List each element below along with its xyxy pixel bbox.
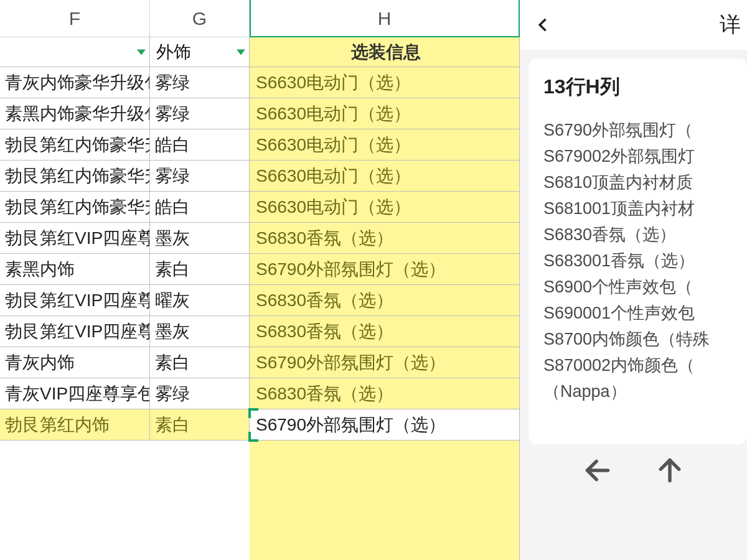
- details-lines: S6790外部氛围灯（S679002外部氛围灯S6810顶盖内衬材质S68100…: [543, 117, 735, 404]
- details-line: S679002外部氛围灯: [543, 143, 735, 169]
- details-panel-title: 详: [720, 11, 741, 39]
- field-header-F[interactable]: [0, 37, 150, 67]
- cell-G[interactable]: 素白: [150, 254, 250, 285]
- cell-F[interactable]: 勃艮第红VIP四座尊享: [0, 285, 150, 316]
- details-card-title: 13行H列: [543, 73, 735, 101]
- details-line: S6900个性声效包（: [543, 274, 735, 300]
- cell-F[interactable]: 勃艮第红内饰豪华升约: [0, 129, 150, 161]
- details-line: S6810顶盖内衬材质: [543, 169, 735, 195]
- cell-G[interactable]: 墨灰: [150, 223, 250, 254]
- column-header-F[interactable]: F: [0, 0, 150, 37]
- details-line: S6790外部氛围灯（: [543, 117, 735, 143]
- cell-G[interactable]: 皓白: [150, 129, 250, 161]
- cell-H[interactable]: S6630电动门（选）: [250, 161, 520, 192]
- field-header-H-label: 选装信息: [351, 40, 421, 64]
- spreadsheet-rows: 青灰内饰豪华升级包雾绿S6630电动门（选）素黑内饰豪华升级包雾绿S6630电动…: [0, 67, 520, 441]
- table-row[interactable]: 勃艮第红内饰豪华升约雾绿S6630电动门（选）: [0, 161, 520, 192]
- back-button[interactable]: [525, 6, 562, 44]
- details-line: S6830香氛（选）: [543, 222, 735, 248]
- cell-G[interactable]: 雾绿: [150, 161, 250, 192]
- details-panel: 详 13行H列 S6790外部氛围灯（S679002外部氛围灯S6810顶盖内衬…: [520, 0, 747, 560]
- field-header-G-label: 外饰: [156, 40, 191, 64]
- cell-G[interactable]: 素白: [150, 409, 250, 441]
- field-header-G[interactable]: 外饰: [150, 37, 250, 67]
- table-row[interactable]: 青灰内饰豪华升级包雾绿S6630电动门（选）: [0, 67, 520, 98]
- column-header-G[interactable]: G: [150, 0, 250, 37]
- table-row[interactable]: 青灰VIP四座尊享包雾绿S6830香氛（选）: [0, 378, 520, 409]
- cell-G[interactable]: 曜灰: [150, 285, 250, 316]
- cell-G[interactable]: 墨灰: [150, 316, 250, 347]
- field-header-row: 外饰 选装信息: [0, 37, 520, 67]
- details-line: S683001香氛（选）: [543, 248, 735, 274]
- cell-F[interactable]: 青灰内饰: [0, 347, 150, 378]
- cell-F[interactable]: 青灰内饰豪华升级包: [0, 67, 150, 98]
- cell-F[interactable]: 勃艮第红内饰: [0, 409, 150, 441]
- cell-G[interactable]: 雾绿: [150, 378, 250, 409]
- table-row[interactable]: 勃艮第红内饰豪华升约皓白S6630电动门（选）: [0, 129, 520, 161]
- table-row[interactable]: 素黑内饰素白S6790外部氛围灯（选）: [0, 254, 520, 285]
- details-line: S681001顶盖内衬材: [543, 195, 735, 222]
- cell-H[interactable]: S6790外部氛围灯（选）: [250, 254, 520, 285]
- cell-G[interactable]: 素白: [150, 347, 250, 378]
- cell-H[interactable]: S6630电动门（选）: [250, 129, 520, 161]
- details-panel-header: 详: [520, 0, 747, 50]
- arrow-up-icon: [656, 457, 684, 484]
- filter-dropdown-icon[interactable]: [237, 49, 245, 55]
- cell-H[interactable]: S6790外部氛围灯（选）: [250, 409, 520, 441]
- details-line: S690001个性声效包: [543, 300, 735, 326]
- details-card: 13行H列 S6790外部氛围灯（S679002外部氛围灯S6810顶盖内衬材质…: [529, 58, 747, 444]
- field-header-H[interactable]: 选装信息: [250, 37, 520, 67]
- cell-H[interactable]: S6630电动门（选）: [250, 192, 520, 223]
- table-row[interactable]: 素黑内饰豪华升级包雾绿S6630电动门（选）: [0, 98, 520, 129]
- column-h-fill-tail: [250, 441, 520, 560]
- cell-F[interactable]: 勃艮第红VIP四座尊享: [0, 223, 150, 254]
- column-header-H[interactable]: H: [250, 0, 520, 37]
- cell-H[interactable]: S6830香氛（选）: [250, 223, 520, 254]
- cell-H[interactable]: S6630电动门（选）: [250, 98, 520, 129]
- column-letter-headers: F G H: [0, 0, 520, 37]
- spreadsheet[interactable]: F G H 外饰 选装信息 青灰内饰豪华升级包雾绿S6630电动门（选）素黑内饰…: [0, 0, 520, 560]
- details-line: S8700内饰颜色（特殊: [543, 326, 735, 352]
- details-panel-footer: [520, 444, 747, 499]
- table-row[interactable]: 勃艮第红内饰豪华升约皓白S6630电动门（选）: [0, 192, 520, 223]
- chevron-left-icon: [535, 16, 552, 34]
- cell-H[interactable]: S6830香氛（选）: [250, 285, 520, 316]
- cell-H[interactable]: S6830香氛（选）: [250, 316, 520, 347]
- next-button[interactable]: [656, 457, 684, 487]
- cell-F[interactable]: 青灰VIP四座尊享包: [0, 378, 150, 409]
- filter-dropdown-icon[interactable]: [137, 49, 146, 55]
- table-row[interactable]: 勃艮第红内饰素白S6790外部氛围灯（选）: [0, 409, 520, 441]
- table-row[interactable]: 勃艮第红VIP四座尊享曜灰S6830香氛（选）: [0, 285, 520, 316]
- details-line: S870002内饰颜色（: [543, 352, 735, 378]
- arrow-left-icon: [584, 457, 611, 484]
- cell-F[interactable]: 勃艮第红VIP四座尊享: [0, 316, 150, 347]
- cell-G[interactable]: 皓白: [150, 192, 250, 223]
- cell-F[interactable]: 勃艮第红内饰豪华升约: [0, 161, 150, 192]
- cell-F[interactable]: 勃艮第红内饰豪华升约: [0, 192, 150, 223]
- cell-G[interactable]: 雾绿: [150, 98, 250, 129]
- cell-G[interactable]: 雾绿: [150, 67, 250, 98]
- details-line: （Nappa）: [543, 378, 735, 404]
- cell-H[interactable]: S6790外部氛围灯（选）: [250, 347, 520, 378]
- table-row[interactable]: 勃艮第红VIP四座尊享墨灰S6830香氛（选）: [0, 316, 520, 347]
- prev-button[interactable]: [584, 457, 611, 487]
- cell-F[interactable]: 素黑内饰: [0, 254, 150, 285]
- table-row[interactable]: 勃艮第红VIP四座尊享墨灰S6830香氛（选）: [0, 223, 520, 254]
- table-row[interactable]: 青灰内饰素白S6790外部氛围灯（选）: [0, 347, 520, 378]
- cell-H[interactable]: S6630电动门（选）: [250, 67, 520, 98]
- app-root: F G H 外饰 选装信息 青灰内饰豪华升级包雾绿S6630电动门（选）素黑内饰…: [0, 0, 747, 560]
- cell-F[interactable]: 素黑内饰豪华升级包: [0, 98, 150, 129]
- cell-H[interactable]: S6830香氛（选）: [250, 378, 520, 409]
